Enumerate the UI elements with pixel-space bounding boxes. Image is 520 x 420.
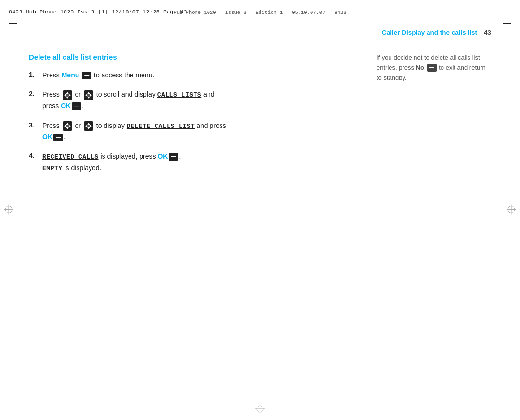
right-column: If you decide not to delete all calls li… [364, 39, 494, 420]
page-header-title: Caller Display and the calls list [382, 29, 477, 36]
step-3: 3. Press [29, 120, 349, 142]
ok-keyword-2: OK [61, 102, 71, 110]
step-4-number: 4. [29, 151, 42, 162]
menu-button-icon: — [82, 72, 91, 79]
step-2-number: 2. [29, 89, 42, 100]
step-2: 2. Press [29, 89, 349, 111]
step-4-content: RECEIVED CALLS is displayed, press OK—. … [42, 151, 349, 174]
page-header: Caller Display and the calls list 43 [0, 23, 520, 39]
svg-rect-14 [66, 94, 69, 97]
main-content: Delete all calls list entries 1. Press M… [0, 39, 520, 420]
menu-keyword: Menu [62, 71, 79, 79]
step-3-number: 3. [29, 120, 42, 131]
section-heading: Delete all calls list entries [29, 53, 349, 61]
dpad-down-1 [83, 90, 94, 101]
sidebar-note: If you decide not to delete all calls li… [377, 53, 489, 83]
svg-rect-26 [66, 125, 69, 127]
steps-list: 1. Press Menu — to access the menu. 2. P… [29, 70, 349, 174]
ok-keyword-4: OK [157, 153, 168, 160]
page-number: 43 [484, 29, 491, 36]
dpad-down-2 [83, 121, 94, 131]
step-4: 4. RECEIVED CALLS is displayed, press OK… [29, 151, 349, 174]
ok-button-icon-4: — [169, 153, 178, 161]
no-keyword: No [416, 64, 424, 71]
printer-mark: 8423 Hub Phone 1020 Iss.3 [1] 12/10/07 1… [9, 9, 187, 15]
step-3-content: Press or [42, 120, 349, 142]
dpad-up-2 [62, 121, 73, 131]
running-header: Hub Phone 1020 – Issue 3 – Edition 1 – 0… [173, 10, 346, 15]
svg-rect-32 [87, 125, 90, 127]
delete-calls-list-text: DELETE CALLS LIST [127, 123, 195, 130]
step-1-content: Press Menu — to access the menu. [42, 70, 349, 80]
empty-text: EMPTY [42, 165, 63, 172]
step-2-content: Press or [42, 89, 349, 111]
received-calls-text: RECEIVED CALLS [42, 153, 99, 161]
left-column: Delete all calls list entries 1. Press M… [26, 39, 364, 420]
calls-lists-text: CALLS LISTS [157, 91, 202, 99]
step-1: 1. Press Menu — to access the menu. [29, 70, 349, 80]
ok-button-icon-2: — [72, 102, 81, 110]
ok-keyword-3: OK [42, 133, 52, 140]
step-1-number: 1. [29, 70, 42, 80]
ok-button-icon-3: — [53, 134, 63, 141]
page-outer: Caller Display and the calls list 43 Del… [0, 23, 520, 420]
dpad-up-1 [62, 90, 73, 101]
no-button-icon: — [427, 64, 437, 72]
svg-rect-20 [87, 94, 90, 97]
